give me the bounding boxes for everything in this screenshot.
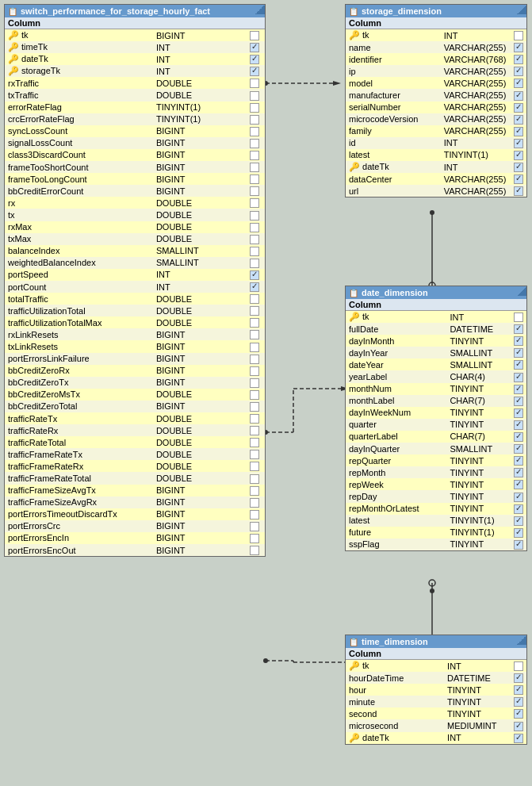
column-checkbox[interactable] — [250, 343, 259, 352]
column-checkbox-cell[interactable] — [244, 460, 265, 472]
column-checkbox-cell[interactable] — [244, 137, 265, 149]
column-checkbox[interactable] — [250, 414, 259, 424]
column-checkbox[interactable] — [250, 474, 259, 484]
column-checkbox[interactable]: ✓ — [514, 468, 523, 477]
column-checkbox[interactable] — [250, 486, 259, 496]
column-checkbox[interactable]: ✓ — [514, 174, 523, 184]
resize-handle[interactable] — [255, 5, 265, 14]
column-checkbox[interactable] — [250, 355, 259, 364]
column-checkbox-cell[interactable] — [244, 401, 265, 412]
column-checkbox[interactable]: ✓ — [250, 43, 259, 52]
column-checkbox-cell[interactable]: ✓ — [511, 53, 526, 65]
column-checkbox-cell[interactable]: ✓ — [511, 89, 526, 101]
column-checkbox[interactable]: ✓ — [250, 282, 259, 292]
resize-handle[interactable] — [517, 286, 526, 296]
column-checkbox[interactable] — [250, 259, 259, 268]
column-checkbox[interactable]: ✓ — [514, 516, 523, 526]
column-checkbox-cell[interactable]: ✓ — [511, 323, 526, 335]
column-checkbox-cell[interactable] — [244, 257, 265, 269]
column-checkbox-cell[interactable] — [244, 485, 265, 497]
column-checkbox-cell[interactable] — [511, 660, 526, 672]
column-checkbox-cell[interactable] — [244, 497, 265, 508]
column-checkbox-cell[interactable] — [244, 532, 265, 544]
column-checkbox[interactable] — [250, 174, 259, 184]
column-checkbox-cell[interactable]: ✓ — [511, 443, 526, 454]
column-checkbox-cell[interactable] — [244, 161, 265, 173]
column-checkbox-cell[interactable] — [244, 173, 265, 185]
column-checkbox[interactable] — [250, 139, 259, 148]
column-checkbox[interactable]: ✓ — [514, 163, 523, 172]
column-checkbox-cell[interactable] — [244, 209, 265, 220]
column-checkbox-cell[interactable]: ✓ — [511, 707, 526, 719]
column-checkbox[interactable]: ✓ — [514, 528, 523, 538]
column-checkbox-cell[interactable]: ✓ — [511, 77, 526, 89]
column-checkbox[interactable] — [250, 103, 259, 113]
column-checkbox[interactable]: ✓ — [514, 385, 523, 394]
column-checkbox[interactable]: ✓ — [514, 43, 523, 52]
column-checkbox[interactable] — [250, 127, 259, 136]
column-checkbox-cell[interactable]: ✓ — [511, 102, 526, 113]
column-checkbox-cell[interactable] — [244, 29, 265, 41]
column-checkbox[interactable] — [250, 223, 259, 232]
column-checkbox[interactable]: ✓ — [514, 734, 523, 743]
column-checkbox-cell[interactable]: ✓ — [244, 41, 265, 53]
column-checkbox[interactable]: ✓ — [514, 373, 523, 382]
column-checkbox[interactable] — [250, 546, 259, 555]
column-checkbox[interactable] — [250, 318, 259, 328]
column-checkbox[interactable] — [250, 306, 259, 316]
column-checkbox[interactable]: ✓ — [514, 186, 523, 196]
column-checkbox[interactable]: ✓ — [514, 67, 523, 76]
column-checkbox[interactable] — [250, 534, 259, 543]
column-checkbox-cell[interactable] — [244, 102, 265, 113]
column-checkbox-cell[interactable] — [244, 221, 265, 233]
column-checkbox-cell[interactable] — [244, 448, 265, 460]
column-checkbox[interactable]: ✓ — [514, 444, 523, 454]
column-checkbox-cell[interactable] — [511, 29, 526, 41]
column-checkbox[interactable] — [250, 402, 259, 412]
column-checkbox-cell[interactable] — [244, 520, 265, 532]
resize-handle[interactable] — [517, 5, 526, 14]
column-checkbox[interactable]: ✓ — [514, 673, 523, 683]
column-checkbox-cell[interactable]: ✓ — [511, 515, 526, 527]
column-checkbox-cell[interactable] — [244, 293, 265, 305]
column-checkbox-cell[interactable]: ✓ — [511, 672, 526, 684]
column-checkbox-cell[interactable]: ✓ — [511, 719, 526, 731]
column-checkbox-cell[interactable]: ✓ — [511, 41, 526, 53]
column-checkbox-cell[interactable]: ✓ — [511, 395, 526, 407]
column-checkbox-cell[interactable]: ✓ — [511, 431, 526, 443]
column-checkbox[interactable]: ✓ — [514, 480, 523, 489]
column-checkbox-cell[interactable] — [244, 197, 265, 209]
column-checkbox-cell[interactable]: ✓ — [511, 383, 526, 395]
column-checkbox[interactable] — [250, 235, 259, 244]
column-checkbox-cell[interactable] — [244, 412, 265, 424]
column-checkbox[interactable]: ✓ — [514, 420, 523, 430]
column-checkbox-cell[interactable] — [244, 328, 265, 340]
column-checkbox-cell[interactable] — [244, 77, 265, 89]
column-checkbox[interactable]: ✓ — [250, 67, 259, 76]
column-checkbox-cell[interactable]: ✓ — [511, 539, 526, 550]
column-checkbox-cell[interactable] — [244, 365, 265, 377]
column-checkbox-cell[interactable] — [244, 113, 265, 125]
column-checkbox[interactable]: ✓ — [514, 397, 523, 406]
column-checkbox-cell[interactable]: ✓ — [511, 358, 526, 370]
column-checkbox[interactable] — [250, 198, 259, 208]
column-checkbox[interactable] — [514, 31, 523, 40]
column-checkbox[interactable]: ✓ — [514, 91, 523, 101]
column-checkbox[interactable] — [250, 426, 259, 435]
column-checkbox-cell[interactable]: ✓ — [511, 113, 526, 125]
column-checkbox-cell[interactable]: ✓ — [511, 161, 526, 173]
column-checkbox-cell[interactable]: ✓ — [511, 732, 526, 744]
column-checkbox-cell[interactable]: ✓ — [511, 454, 526, 466]
column-checkbox[interactable] — [250, 366, 259, 376]
column-checkbox[interactable]: ✓ — [514, 79, 523, 88]
column-checkbox[interactable]: ✓ — [514, 139, 523, 148]
column-checkbox-cell[interactable] — [244, 472, 265, 484]
column-checkbox[interactable]: ✓ — [514, 540, 523, 550]
column-checkbox-cell[interactable]: ✓ — [511, 466, 526, 478]
column-checkbox-cell[interactable]: ✓ — [511, 490, 526, 502]
column-checkbox[interactable]: ✓ — [514, 55, 523, 64]
column-checkbox-cell[interactable] — [511, 311, 526, 323]
column-checkbox-cell[interactable]: ✓ — [511, 370, 526, 382]
column-checkbox-cell[interactable] — [244, 305, 265, 316]
column-checkbox[interactable] — [250, 247, 259, 256]
